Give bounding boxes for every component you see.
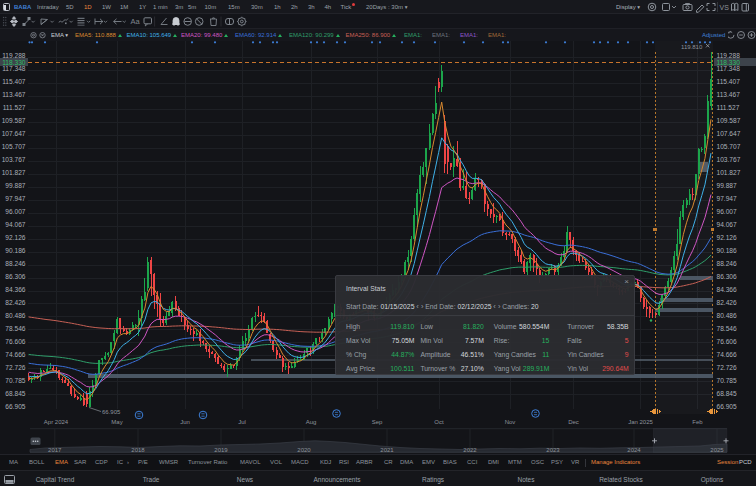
svg-text:66.905: 66.905: [717, 403, 738, 410]
svg-text:74.666: 74.666: [5, 351, 26, 358]
svg-text:119.810: 119.810: [681, 44, 703, 50]
svg-text:84.366: 84.366: [5, 286, 26, 293]
svg-text:86.306: 86.306: [717, 273, 738, 280]
svg-text:Jun: Jun: [180, 419, 190, 425]
svg-text:80.486: 80.486: [5, 312, 26, 319]
svg-text:2025: 2025: [710, 447, 724, 453]
svg-text:111.527: 111.527: [717, 104, 740, 111]
svg-text:105.707: 105.707: [717, 143, 741, 150]
svg-text:74.666: 74.666: [717, 351, 738, 358]
svg-text:72.726: 72.726: [5, 364, 26, 371]
svg-text:109.587: 109.587: [717, 117, 741, 124]
svg-text:72.726: 72.726: [717, 364, 738, 371]
svg-text:119.288: 119.288: [717, 52, 741, 59]
svg-text:78.546: 78.546: [717, 325, 738, 332]
svg-text:103.767: 103.767: [717, 156, 741, 163]
svg-text:94.067: 94.067: [5, 221, 26, 228]
svg-text:94.067: 94.067: [717, 221, 738, 228]
svg-text:76.606: 76.606: [717, 338, 738, 345]
svg-text:Nov: Nov: [505, 419, 516, 425]
svg-text:92.126: 92.126: [717, 234, 738, 241]
svg-text:66.905: 66.905: [102, 409, 121, 415]
svg-text:May: May: [111, 419, 122, 425]
svg-text:Apr 2024: Apr 2024: [44, 419, 69, 425]
svg-text:68.845: 68.845: [5, 390, 26, 397]
svg-text:96.007: 96.007: [717, 208, 738, 215]
svg-text:103.767: 103.767: [2, 156, 26, 163]
svg-text:Jan 2025: Jan 2025: [628, 419, 653, 425]
svg-text:Oct: Oct: [434, 419, 444, 425]
svg-text:84.366: 84.366: [717, 286, 738, 293]
svg-text:97.947: 97.947: [717, 195, 738, 202]
svg-text:Aug: Aug: [306, 419, 317, 425]
svg-text:2021: 2021: [380, 447, 394, 453]
svg-text:82.426: 82.426: [5, 299, 26, 306]
svg-text:76.606: 76.606: [5, 338, 26, 345]
svg-text:2019: 2019: [214, 447, 228, 453]
svg-text:70.785: 70.785: [717, 377, 738, 384]
svg-text:90.186: 90.186: [717, 247, 738, 254]
svg-text:80.486: 80.486: [717, 312, 738, 319]
svg-text:113.467: 113.467: [717, 91, 741, 98]
svg-text:113.467: 113.467: [2, 91, 26, 98]
svg-text:109.587: 109.587: [2, 117, 26, 124]
svg-text:101.827: 101.827: [717, 169, 741, 176]
svg-text:Sep: Sep: [372, 419, 383, 425]
svg-text:115.407: 115.407: [2, 78, 26, 85]
svg-text:88.246: 88.246: [717, 260, 738, 267]
svg-text:66.905: 66.905: [5, 403, 26, 410]
svg-text:111.527: 111.527: [3, 104, 26, 111]
svg-text:92.126: 92.126: [5, 234, 26, 241]
svg-text:88.246: 88.246: [5, 260, 26, 267]
svg-text:78.546: 78.546: [5, 325, 26, 332]
svg-text:97.947: 97.947: [5, 195, 26, 202]
svg-text:86.306: 86.306: [5, 273, 26, 280]
svg-text:99.887: 99.887: [5, 182, 26, 189]
svg-text:2018: 2018: [131, 447, 145, 453]
svg-text:2023: 2023: [546, 447, 560, 453]
svg-text:Dec: Dec: [568, 419, 579, 425]
svg-text:117.348: 117.348: [2, 65, 26, 72]
svg-text:70.785: 70.785: [5, 377, 26, 384]
svg-text:107.647: 107.647: [717, 130, 741, 137]
svg-text:2017: 2017: [48, 447, 62, 453]
svg-text:117.348: 117.348: [717, 65, 741, 72]
svg-text:101.827: 101.827: [2, 169, 26, 176]
svg-text:107.647: 107.647: [2, 130, 26, 137]
svg-text:82.426: 82.426: [717, 299, 738, 306]
svg-text:119.288: 119.288: [2, 52, 26, 59]
svg-text:115.407: 115.407: [717, 78, 741, 85]
svg-text:90.186: 90.186: [5, 247, 26, 254]
svg-text:Feb: Feb: [692, 419, 703, 425]
svg-text:Jul: Jul: [238, 419, 246, 425]
svg-text:99.887: 99.887: [717, 182, 738, 189]
svg-text:96.007: 96.007: [5, 208, 26, 215]
svg-text:68.845: 68.845: [717, 390, 738, 397]
svg-text:2024: 2024: [627, 447, 641, 453]
svg-text:105.707: 105.707: [2, 143, 26, 150]
svg-text:2022: 2022: [463, 447, 477, 453]
svg-text:2020: 2020: [297, 447, 311, 453]
